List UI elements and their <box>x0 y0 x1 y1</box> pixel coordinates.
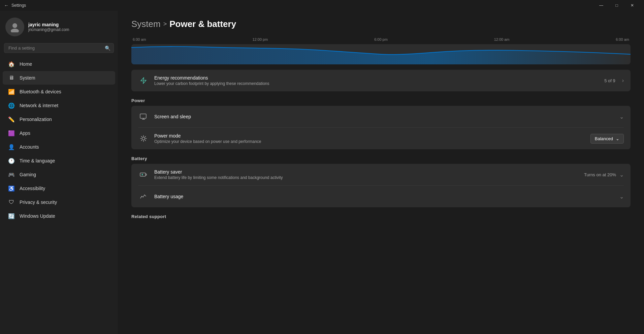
sidebar-item-windows-update[interactable]: 🔄 Windows Update <box>3 209 115 223</box>
sidebar-item-privacy[interactable]: 🛡 Privacy & security <box>3 195 115 209</box>
battery-usage-chevron-icon: ⌄ <box>619 193 624 200</box>
screen-sleep-chevron-icon: ⌄ <box>619 114 624 120</box>
battery-saver-icon <box>138 169 149 180</box>
sidebar-item-network[interactable]: 🌐 Network & internet <box>3 99 115 112</box>
sidebar-item-label-bluetooth: Bluetooth & devices <box>20 89 61 94</box>
network-icon: 🌐 <box>8 102 15 109</box>
energy-chevron-icon: › <box>622 78 624 84</box>
power-card: Screen and sleep ⌄ Power mode Optimize y <box>131 106 631 149</box>
energy-icon <box>138 75 149 86</box>
sidebar: jayric maning jricmaning@gmail.com 🔍 🏠 H… <box>0 11 118 334</box>
power-mode-dropdown-icon: ⌄ <box>616 136 619 141</box>
sidebar-nav: 🏠 Home 🖥 System 📶 Bluetooth & devices 🌐 … <box>0 57 118 223</box>
timeline-label: 6:00 pm <box>374 37 388 41</box>
battery-usage-row[interactable]: Battery usage ⌄ <box>131 186 631 207</box>
minimize-button[interactable]: — <box>593 0 609 11</box>
screen-sleep-row[interactable]: Screen and sleep ⌄ <box>131 106 631 127</box>
svg-rect-2 <box>140 114 146 118</box>
timeline-label: 6:00 am <box>616 37 629 41</box>
battery-saver-title: Battery saver <box>154 169 579 175</box>
battery-card: Battery saver Extend battery life by lim… <box>131 164 631 207</box>
battery-section-label: Battery <box>131 156 631 161</box>
sidebar-item-gaming[interactable]: 🎮 Gaming <box>3 168 115 181</box>
maximize-button[interactable]: □ <box>609 0 624 11</box>
back-icon[interactable]: ← <box>4 3 9 8</box>
user-section: jayric maning jricmaning@gmail.com <box>0 11 118 43</box>
main-content: System > Power & battery 6:00 am12:00 pm… <box>118 11 644 334</box>
sidebar-item-label-apps: Apps <box>20 130 30 136</box>
battery-timeline-labels: 6:00 am12:00 pm6:00 pm12:00 am6:00 am <box>131 37 631 41</box>
sidebar-item-home[interactable]: 🏠 Home <box>3 57 115 71</box>
sidebar-item-label-system: System <box>20 75 35 81</box>
power-mode-subtitle: Optimize your device based on power use … <box>154 139 585 144</box>
power-mode-title: Power mode <box>154 133 585 139</box>
related-section-label: Related support <box>131 214 631 219</box>
close-button[interactable]: ✕ <box>624 0 640 11</box>
search-input[interactable] <box>4 43 114 53</box>
timeline-label: 12:00 am <box>494 37 510 41</box>
breadcrumb-separator: > <box>163 21 167 28</box>
energy-recommendations-card: Energy recommendations Lower your carbon… <box>131 70 631 91</box>
sidebar-item-personalization[interactable]: ✏️ Personalization <box>3 113 115 126</box>
power-mode-text: Power mode Optimize your device based on… <box>154 133 585 144</box>
energy-subtitle: Lower your carbon footprint by applying … <box>154 81 599 86</box>
screen-sleep-icon <box>138 111 149 122</box>
power-mode-right: Balanced ⌄ <box>590 134 624 144</box>
personalization-icon: ✏️ <box>8 116 15 123</box>
sidebar-item-label-gaming: Gaming <box>20 172 36 177</box>
avatar <box>5 18 24 36</box>
sidebar-item-accessibility[interactable]: ♿ Accessibility <box>3 182 115 195</box>
power-mode-value: Balanced <box>595 136 613 141</box>
privacy-icon: 🛡 <box>8 199 15 206</box>
screen-sleep-text: Screen and sleep <box>154 114 614 119</box>
titlebar-controls: — □ ✕ <box>593 0 640 11</box>
battery-usage-title: Battery usage <box>154 194 614 199</box>
search-box: 🔍 <box>4 43 114 53</box>
home-icon: 🏠 <box>8 61 15 67</box>
sidebar-item-system[interactable]: 🖥 System <box>3 71 115 85</box>
power-section-label: Power <box>131 98 631 103</box>
battery-saver-value: Turns on at 20% <box>584 172 616 177</box>
gaming-icon: 🎮 <box>8 171 15 178</box>
sidebar-item-accounts[interactable]: 👤 Accounts <box>3 140 115 154</box>
svg-point-1 <box>11 29 19 32</box>
power-mode-icon <box>138 133 149 144</box>
sidebar-item-label-personalization: Personalization <box>20 117 52 122</box>
sidebar-item-time[interactable]: 🕐 Time & language <box>3 154 115 168</box>
timeline-label: 6:00 am <box>133 37 146 41</box>
breadcrumb-parent[interactable]: System <box>131 19 161 29</box>
app-body: jayric maning jricmaning@gmail.com 🔍 🏠 H… <box>0 11 644 334</box>
app-title: Settings <box>11 3 26 8</box>
sidebar-item-label-accessibility: Accessibility <box>20 186 45 191</box>
sidebar-item-label-privacy: Privacy & security <box>20 200 57 205</box>
power-mode-row[interactable]: Power mode Optimize your device based on… <box>131 128 631 149</box>
svg-point-3 <box>142 137 145 140</box>
sidebar-item-bluetooth[interactable]: 📶 Bluetooth & devices <box>3 85 115 98</box>
screen-sleep-title: Screen and sleep <box>154 114 614 119</box>
breadcrumb-current: Power & battery <box>169 19 236 29</box>
titlebar: ← Settings — □ ✕ <box>0 0 644 11</box>
svg-point-0 <box>12 23 17 28</box>
power-mode-dropdown[interactable]: Balanced ⌄ <box>590 134 624 144</box>
battery-saver-chevron-icon: ⌄ <box>619 172 624 178</box>
user-name: jayric maning <box>28 22 69 27</box>
windows-update-icon: 🔄 <box>8 213 15 219</box>
battery-timeline-bar <box>131 44 631 64</box>
sidebar-item-label-windows-update: Windows Update <box>20 213 55 219</box>
sidebar-item-label-time: Time & language <box>20 158 55 163</box>
battery-saver-text: Battery saver Extend battery life by lim… <box>154 169 579 180</box>
sidebar-item-label-home: Home <box>20 61 32 67</box>
accessibility-icon: ♿ <box>8 185 15 192</box>
battery-saver-row[interactable]: Battery saver Extend battery life by lim… <box>131 164 631 185</box>
battery-saver-subtitle: Extend battery life by limiting some not… <box>154 175 579 180</box>
energy-progress-text: 5 of 9 <box>604 78 615 83</box>
bluetooth-icon: 📶 <box>8 88 15 95</box>
energy-recommendations-row[interactable]: Energy recommendations Lower your carbon… <box>131 70 631 91</box>
energy-text: Energy recommendations Lower your carbon… <box>154 75 599 86</box>
sidebar-item-apps[interactable]: 🟪 Apps <box>3 126 115 140</box>
system-icon: 🖥 <box>8 74 15 81</box>
battery-usage-text: Battery usage <box>154 194 614 199</box>
battery-usage-right: ⌄ <box>619 193 624 200</box>
sidebar-item-label-network: Network & internet <box>20 103 58 108</box>
titlebar-left: ← Settings <box>4 3 26 8</box>
